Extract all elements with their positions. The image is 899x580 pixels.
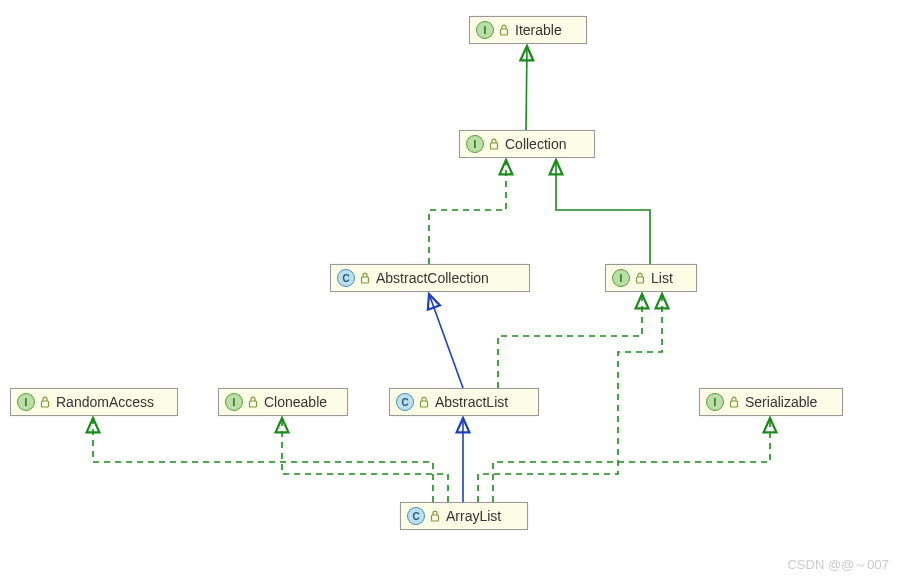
node-label: AbstractList: [435, 394, 508, 410]
class-icon: C: [407, 507, 425, 525]
interface-icon: I: [466, 135, 484, 153]
edge: [493, 418, 770, 502]
node-label: Iterable: [515, 22, 562, 38]
node-abstractcollection: CAbstractCollection: [330, 264, 530, 292]
node-label: AbstractCollection: [376, 270, 489, 286]
interface-icon: I: [225, 393, 243, 411]
node-serializable: ISerializable: [699, 388, 843, 416]
interface-icon: I: [476, 21, 494, 39]
svg-rect-8: [432, 515, 439, 521]
edge: [282, 418, 448, 502]
svg-rect-5: [250, 401, 257, 407]
edge: [556, 160, 650, 264]
node-cloneable: ICloneable: [218, 388, 348, 416]
lock-icon: [635, 272, 645, 284]
node-iterable: IIterable: [469, 16, 587, 44]
node-randomaccess: IRandomAccess: [10, 388, 178, 416]
class-icon: C: [337, 269, 355, 287]
svg-rect-7: [731, 401, 738, 407]
edge: [498, 294, 642, 388]
node-label: List: [651, 270, 673, 286]
svg-rect-4: [42, 401, 49, 407]
node-collection: ICollection: [459, 130, 595, 158]
svg-rect-3: [637, 277, 644, 283]
node-abstractlist: CAbstractList: [389, 388, 539, 416]
lock-icon: [430, 510, 440, 522]
class-icon: C: [396, 393, 414, 411]
edge: [429, 160, 506, 264]
watermark: CSDN @@～007: [787, 556, 889, 574]
interface-icon: I: [17, 393, 35, 411]
edge: [93, 418, 433, 502]
node-arraylist: CArrayList: [400, 502, 528, 530]
svg-rect-1: [491, 143, 498, 149]
svg-rect-2: [362, 277, 369, 283]
edge: [429, 294, 463, 388]
node-label: RandomAccess: [56, 394, 154, 410]
interface-icon: I: [706, 393, 724, 411]
node-label: ArrayList: [446, 508, 501, 524]
lock-icon: [40, 396, 50, 408]
lock-icon: [499, 24, 509, 36]
node-list: IList: [605, 264, 697, 292]
lock-icon: [360, 272, 370, 284]
node-label: Cloneable: [264, 394, 327, 410]
edge: [526, 46, 527, 130]
node-label: Serializable: [745, 394, 817, 410]
node-label: Collection: [505, 136, 566, 152]
interface-icon: I: [612, 269, 630, 287]
svg-rect-0: [501, 29, 508, 35]
lock-icon: [489, 138, 499, 150]
lock-icon: [729, 396, 739, 408]
lock-icon: [248, 396, 258, 408]
svg-rect-6: [421, 401, 428, 407]
lock-icon: [419, 396, 429, 408]
